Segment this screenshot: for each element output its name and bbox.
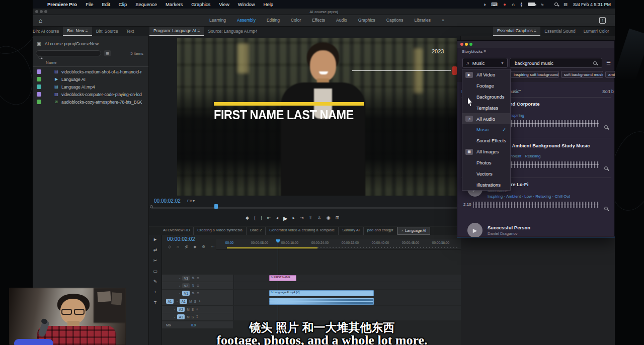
tab-essential-sound[interactable]: Essential Sound — [540, 27, 579, 36]
workspace-learning[interactable]: Learning — [209, 18, 226, 23]
add-marker-icon[interactable]: ◆ — [193, 244, 196, 249]
label-color-chip[interactable] — [37, 84, 41, 89]
tab-program-monitor[interactable]: Program: Language AI ≡ — [149, 27, 204, 36]
linked-selection-icon[interactable]: ≶ — [185, 244, 188, 249]
track-target-a2[interactable]: A2 — [177, 307, 185, 312]
suggestion-chip[interactable]: soft background music — [561, 71, 603, 78]
menu-sequence[interactable]: Sequence — [135, 2, 157, 7]
video-clip-language-ai[interactable]: fx Language AI.mp4 [V] — [269, 290, 374, 296]
tab-bin-new[interactable]: Bin: New ≡ — [63, 27, 92, 36]
track-target-a1[interactable]: A1 — [180, 299, 187, 304]
menu-item-footage[interactable]: Footage — [462, 80, 510, 92]
clip-name[interactable]: videoblocks-medium-shot-of-a-humanoid-ro… — [61, 69, 142, 74]
tab-source-monitor[interactable]: Source: Language AI.mp4 — [204, 27, 261, 36]
solo-icon[interactable]: S — [192, 308, 194, 311]
graphic-clip-first-name[interactable]: fx FIRST NAME — [269, 275, 296, 281]
menu-graphics[interactable]: Graphics — [191, 2, 210, 7]
tab-lumetri-color[interactable]: Lumetri Color — [580, 27, 613, 36]
track-target-v2[interactable]: V2 — [182, 283, 190, 288]
workspace-libraries[interactable]: Libraries — [414, 18, 431, 23]
toggle-track-output-icon[interactable]: ⊙ — [197, 284, 199, 288]
voiceover-record-icon[interactable]: ↧ — [196, 307, 198, 311]
find-similar-icon[interactable] — [604, 203, 608, 212]
hand-tool-icon[interactable]: + — [154, 290, 156, 295]
sequence-tab[interactable]: Generated video & creating a Template — [266, 227, 339, 235]
panel-overflow-chevron[interactable]: » — [613, 27, 615, 36]
workspace-assembly[interactable]: Assembly — [237, 18, 256, 23]
project-row[interactable]: ≋ audioblocks-cozy-atmosphere-78-bts_BGG… — [37, 99, 147, 105]
close-tab-icon[interactable]: × — [401, 228, 404, 233]
go-to-out-icon[interactable]: ⇥ — [300, 215, 304, 222]
snap-icon[interactable]: ∩ — [177, 244, 179, 249]
wifi-icon[interactable]: ≈ — [541, 2, 543, 7]
step-back-icon[interactable]: ◂ — [276, 215, 279, 222]
source-patch-a1[interactable]: A1 — [166, 299, 174, 304]
insert-marker-icon[interactable]: ◇ — [168, 244, 171, 249]
zoom-window-button[interactable] — [44, 10, 47, 13]
home-icon[interactable]: ⌂ — [39, 17, 42, 24]
program-video-frame[interactable]: 2023 FIRST NAME LAST NAME — [177, 38, 457, 196]
minimize-window-button[interactable] — [465, 43, 468, 46]
project-row[interactable]: ▤ Language AI.mp4 — [37, 83, 147, 90]
zoom-window-button[interactable] — [469, 43, 472, 46]
dnd-icon[interactable]: ◑ — [483, 2, 486, 7]
solo-icon[interactable]: S — [192, 315, 194, 319]
solo-icon[interactable]: S — [194, 300, 196, 303]
label-color-chip[interactable] — [37, 77, 41, 81]
filter-list-icon[interactable]: ☰ — [606, 60, 611, 65]
headphones-icon[interactable]: ∩ — [512, 2, 515, 7]
audio-waveform-preview[interactable] — [473, 202, 599, 208]
sync-lock-icon[interactable]: ⇅ — [192, 276, 194, 280]
project-row[interactable]: ▤ videoblocks-medium-shot-of-a-humanoid-… — [37, 68, 147, 75]
menu-help[interactable]: Help — [264, 2, 274, 7]
lock-icon[interactable]: ▫ — [179, 292, 180, 295]
workspace-effects[interactable]: Effects — [312, 18, 325, 23]
program-timecode[interactable]: 00:00:02:02 — [154, 198, 181, 204]
voiceover-record-icon[interactable]: ↧ — [198, 299, 201, 303]
export-frame-icon[interactable]: ◉ — [327, 215, 331, 222]
find-similar-icon[interactable] — [604, 163, 608, 172]
timeline-ruler[interactable]: 00:00 00:00:08:00 00:00:16:00 00:00:24:0… — [216, 239, 461, 249]
zoom-level-select[interactable]: Fit ▾ — [187, 199, 195, 203]
slip-tool-icon[interactable]: ▭ — [153, 269, 157, 274]
mute-icon[interactable]: M — [187, 315, 189, 319]
sequence-tab[interactable]: pad and chagpt — [364, 227, 397, 235]
record-icon[interactable]: ● — [503, 2, 506, 7]
track-v2-lane[interactable] — [234, 282, 461, 289]
suggestion-chip[interactable]: inspiring soft background — [511, 71, 559, 78]
lock-icon[interactable]: ▫ — [174, 315, 175, 319]
go-to-in-icon[interactable]: ⇤ — [267, 215, 271, 222]
sequence-tab[interactable]: Dalle 2 — [247, 227, 266, 235]
more-icon[interactable]: ⋯ — [211, 244, 215, 249]
step-forward-icon[interactable]: ▸ — [293, 215, 295, 222]
panel-menu-icon[interactable]: ≡ — [484, 49, 487, 54]
menu-edit[interactable]: Edit — [102, 2, 110, 7]
menu-item-photos[interactable]: Photos — [462, 157, 510, 168]
scrub-left-circle[interactable] — [150, 205, 153, 208]
toggle-track-output-icon[interactable]: ⊙ — [197, 276, 199, 280]
project-search-input[interactable] — [44, 51, 100, 56]
sequence-tab[interactable]: AI Overview HD — [149, 227, 194, 235]
razor-tool-icon[interactable]: ✂ — [153, 258, 157, 263]
workspace-overflow-chevron[interactable]: » — [442, 18, 444, 23]
name-column-header[interactable]: Name — [46, 60, 56, 65]
label-color-chip[interactable] — [37, 100, 41, 104]
lock-icon[interactable]: ▫ — [177, 300, 178, 303]
menu-clip[interactable]: Clip — [119, 2, 127, 7]
result-artist[interactable]: Daniel Draganov — [488, 231, 518, 236]
bluetooth-icon[interactable]: ≬ — [520, 2, 522, 7]
clip-name[interactable]: Language AI.mp4 — [61, 84, 95, 90]
project-row[interactable]: ▤ videoblocks-computer-code-playing-on-l… — [37, 91, 147, 98]
program-playhead-handle[interactable] — [214, 204, 218, 209]
menu-item-all-audio[interactable]: ♫All Audio — [462, 113, 510, 124]
control-center-icon[interactable]: ▤ — [564, 2, 568, 7]
program-scrub-track[interactable] — [151, 207, 459, 209]
add-marker-icon[interactable]: ◆ — [246, 215, 249, 222]
bin-breadcrumb[interactable]: AI course.prproj/CourseNew — [45, 41, 99, 46]
find-similar-icon[interactable] — [604, 122, 608, 131]
menu-item-illustrations[interactable]: Illustrations — [462, 179, 510, 190]
selection-tool-icon[interactable]: ► — [153, 237, 157, 242]
lift-icon[interactable]: ⇧ — [309, 215, 313, 222]
lock-icon[interactable]: ▫ — [179, 284, 180, 288]
menu-item-music[interactable]: Music✓ — [462, 124, 510, 135]
